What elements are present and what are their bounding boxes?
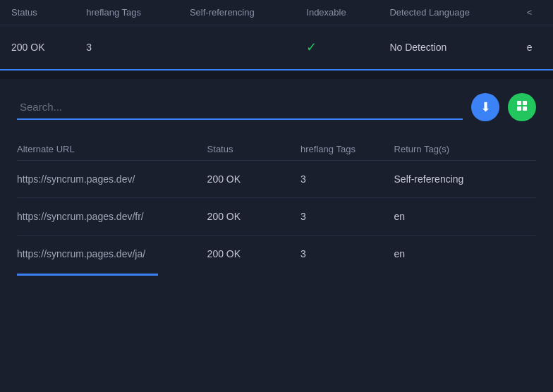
bottom-col-hreflang: hreflang Tags	[292, 138, 385, 161]
bottom-col-url: Alternate URL	[17, 138, 199, 161]
top-col-selfref: Self-referencing	[178, 0, 295, 25]
add-button[interactable]	[508, 93, 536, 121]
table-row: https://syncrum.pages.dev/ja/ 200 OK 3 e…	[17, 235, 536, 273]
row-status: 200 OK	[199, 198, 292, 235]
top-row-selfref	[178, 25, 295, 71]
svg-rect-1	[523, 101, 527, 105]
section-divider	[0, 71, 553, 79]
row-return-tag: Self-referencing	[386, 161, 536, 198]
row-url: https://syncrum.pages.dev/fr/	[17, 198, 199, 235]
bottom-table: Alternate URL Status hreflang Tags Retur…	[17, 138, 536, 272]
top-col-status: Status	[0, 0, 75, 25]
download-button[interactable]: ⬇	[471, 93, 499, 121]
bottom-table-header-row: Alternate URL Status hreflang Tags Retur…	[17, 138, 536, 161]
top-col-hreflang: hreflang Tags	[75, 0, 178, 25]
top-table-section: Status hreflang Tags Self-referencing In…	[0, 0, 553, 71]
svg-rect-2	[517, 106, 521, 111]
row-url: https://syncrum.pages.dev/	[17, 161, 199, 198]
download-icon: ⬇	[480, 99, 491, 115]
top-table: Status hreflang Tags Self-referencing In…	[0, 0, 553, 71]
row-hreflang: 3	[292, 198, 385, 235]
top-row-indexable: ✓	[295, 25, 378, 71]
row-url: https://syncrum.pages.dev/ja/	[17, 235, 199, 273]
row-status: 200 OK	[199, 235, 292, 273]
svg-rect-3	[523, 106, 527, 111]
row-hreflang: 3	[292, 161, 385, 198]
add-icon	[515, 99, 529, 116]
table-row: https://syncrum.pages.dev/fr/ 200 OK 3 e…	[17, 198, 536, 235]
top-col-indexable: Indexable	[295, 0, 378, 25]
row-status: 200 OK	[199, 161, 292, 198]
scroll-indicator	[17, 274, 158, 276]
top-row-extra: e	[516, 25, 553, 71]
row-return-tag: en	[386, 198, 536, 235]
table-row: 200 OK 3 ✓ No Detection e	[0, 25, 553, 71]
top-row-status: 200 OK	[0, 25, 75, 71]
search-input[interactable]	[17, 95, 463, 120]
row-return-tag: en	[386, 235, 536, 273]
top-col-extra: <	[516, 0, 553, 25]
table-row: https://syncrum.pages.dev/ 200 OK 3 Self…	[17, 161, 536, 198]
top-table-header-row: Status hreflang Tags Self-referencing In…	[0, 0, 553, 25]
bottom-col-status: Status	[199, 138, 292, 161]
top-row-detected-lang: No Detection	[378, 25, 515, 71]
check-icon: ✓	[306, 40, 317, 54]
row-hreflang: 3	[292, 235, 385, 273]
top-row-hreflang: 3	[75, 25, 178, 71]
svg-rect-0	[517, 101, 521, 105]
bottom-section: ⬇ Alternate URL Status hreflang Tags Ret…	[0, 79, 553, 290]
bottom-col-return-tag: Return Tag(s)	[386, 138, 536, 161]
search-row: ⬇	[17, 93, 536, 121]
top-col-detected-lang: Detected Language	[378, 0, 515, 25]
